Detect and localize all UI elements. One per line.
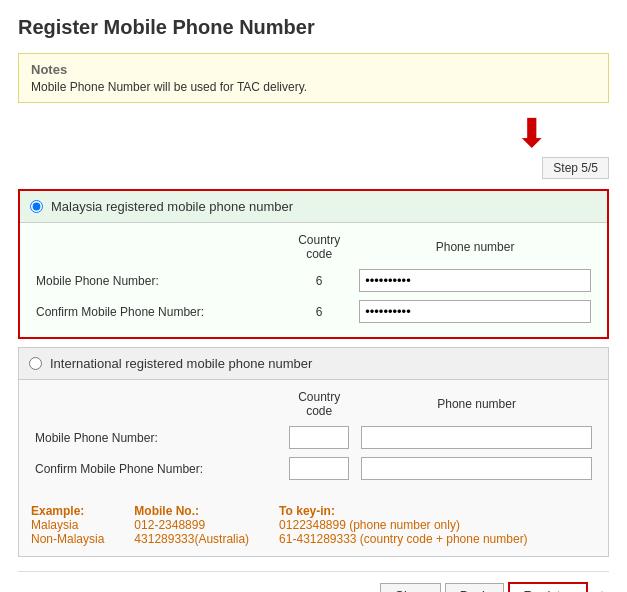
down-arrow-icon: ⬇ <box>515 113 549 153</box>
example-non-malaysia-mobile: 431289333(Australia) <box>134 532 249 546</box>
malaysia-row2-phone[interactable] <box>353 296 597 327</box>
notes-text: Mobile Phone Number will be used for TAC… <box>31 80 596 94</box>
malaysia-radio[interactable] <box>30 200 43 213</box>
register-button[interactable]: Register <box>508 582 588 592</box>
register-wrapper: Register ➜ <box>508 582 609 592</box>
international-row2-label: Confirm Mobile Phone Number: <box>29 453 283 484</box>
international-row2-phone[interactable] <box>355 453 598 484</box>
malaysia-row1-phone[interactable] <box>353 265 597 296</box>
register-arrow-icon: ➜ <box>592 584 609 593</box>
example-section: Example: Malaysia Non-Malaysia Mobile No… <box>19 494 608 556</box>
footer-buttons: Clear Back Register ➜ <box>18 571 609 592</box>
international-col-phone: Phone number <box>355 386 598 422</box>
malaysia-row1-label: Mobile Phone Number: <box>30 265 285 296</box>
international-row1-phone[interactable] <box>355 422 598 453</box>
international-phone-input[interactable] <box>361 426 592 449</box>
malaysia-option-section: Malaysia registered mobile phone number … <box>18 189 609 339</box>
international-row1-code-cell[interactable] <box>283 422 355 453</box>
example-mobile-title: Mobile No.: <box>134 504 199 518</box>
malaysia-option-header[interactable]: Malaysia registered mobile phone number <box>20 191 607 223</box>
clear-button[interactable]: Clear <box>380 583 441 592</box>
international-row1-label: Mobile Phone Number: <box>29 422 283 453</box>
international-col-code: Country code <box>283 386 355 422</box>
notes-label: Notes <box>31 62 596 77</box>
international-radio[interactable] <box>29 357 42 370</box>
example-title: Example: <box>31 504 84 518</box>
example-col-mobile: Mobile No.: 012-2348899 431289333(Austra… <box>134 504 249 546</box>
example-keyin-line2: 61-431289333 (country code + phone numbe… <box>279 532 528 546</box>
malaysia-row2-label: Confirm Mobile Phone Number: <box>30 296 285 327</box>
malaysia-col-phone: Phone number <box>353 229 597 265</box>
example-malaysia: Malaysia <box>31 518 104 532</box>
international-row2-code-cell[interactable] <box>283 453 355 484</box>
example-col-title: Example: Malaysia Non-Malaysia <box>31 504 104 546</box>
example-keyin-line1: 0122348899 (phone number only) <box>279 518 528 532</box>
international-option-label: International registered mobile phone nu… <box>50 356 312 371</box>
page-title: Register Mobile Phone Number <box>18 16 609 39</box>
step-row: Step 5/5 <box>18 157 609 179</box>
malaysia-row1-code: 6 <box>285 265 353 296</box>
back-button[interactable]: Back <box>445 583 504 592</box>
international-confirm-code-input[interactable] <box>289 457 349 480</box>
malaysia-col-code: Country code <box>285 229 353 265</box>
malaysia-phone-input[interactable] <box>359 269 591 292</box>
example-malaysia-mobile: 012-2348899 <box>134 518 249 532</box>
international-option-section: International registered mobile phone nu… <box>18 347 609 557</box>
international-confirm-phone-input[interactable] <box>361 457 592 480</box>
step-badge: Step 5/5 <box>542 157 609 179</box>
international-phone-table: Country code Phone number Mobile Phone N… <box>19 380 608 494</box>
malaysia-phone-table: Country code Phone number Mobile Phone N… <box>20 223 607 337</box>
arrow-row: ⬇ <box>18 113 609 153</box>
example-col-keyin: To key-in: 0122348899 (phone number only… <box>279 504 528 546</box>
notes-box: Notes Mobile Phone Number will be used f… <box>18 53 609 103</box>
example-non-malaysia: Non-Malaysia <box>31 532 104 546</box>
malaysia-row2-code: 6 <box>285 296 353 327</box>
malaysia-option-label: Malaysia registered mobile phone number <box>51 199 293 214</box>
international-option-header[interactable]: International registered mobile phone nu… <box>19 348 608 380</box>
international-code-input[interactable] <box>289 426 349 449</box>
malaysia-confirm-phone-input[interactable] <box>359 300 591 323</box>
example-keyin-title: To key-in: <box>279 504 335 518</box>
